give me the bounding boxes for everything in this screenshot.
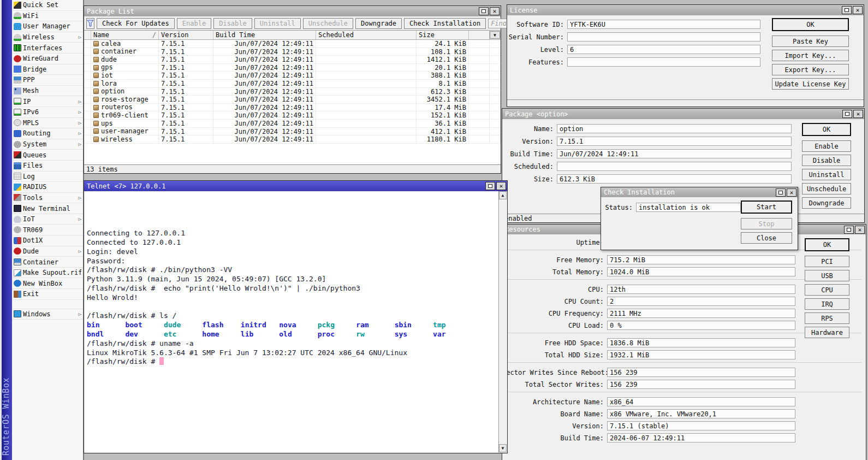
ok-button[interactable]: OK (805, 238, 849, 251)
enable-button[interactable]: Enable (802, 140, 851, 152)
start-button[interactable]: Start (741, 200, 792, 214)
sidebar-item-new-winbox[interactable]: New WinBox (12, 278, 83, 289)
maximize-button[interactable] (479, 7, 489, 15)
cpu-count-field[interactable]: 2 (607, 297, 795, 306)
column-version[interactable]: Version (159, 31, 213, 39)
cpu-button[interactable]: CPU (805, 284, 849, 296)
update-license-key-button[interactable]: Update License Key (772, 78, 849, 90)
architecture-name-field[interactable]: x86_64 (607, 397, 795, 406)
sidebar-item-quick-set[interactable]: Quick Set (12, 0, 83, 11)
disable-button[interactable]: Disable (802, 155, 851, 166)
downgrade-button[interactable]: Downgrade (802, 197, 851, 209)
close-icon[interactable] (855, 226, 865, 234)
unschedule-button[interactable]: Unschedule (802, 183, 851, 194)
irq-button[interactable]: IRQ (805, 298, 849, 310)
rps-button[interactable]: RPS (805, 312, 849, 324)
scroll-up-icon[interactable]: ▲ (499, 191, 507, 199)
column-menu-button[interactable]: ▼ (490, 31, 500, 39)
total-memory-field[interactable]: 1024.0 MiB (607, 267, 795, 276)
pci-button[interactable]: PCI (805, 256, 849, 267)
size-field[interactable]: 612.3 KiB (557, 174, 792, 184)
build-time-field[interactable]: Jun/07/2024 12:49:11 (557, 149, 792, 158)
column-size[interactable]: Size (417, 31, 469, 39)
sidebar-item-iot[interactable]: IoT▷ (12, 214, 83, 225)
sidebar-item-container[interactable]: Container (12, 257, 83, 268)
close-icon[interactable] (496, 182, 506, 190)
name-field[interactable]: option (557, 124, 792, 133)
paste-key-button[interactable]: Paste Key (772, 36, 849, 47)
check-for-updates-button[interactable]: Check For Updates (97, 18, 175, 29)
close-button[interactable]: Close (741, 232, 792, 244)
scroll-down-icon[interactable]: ▼ (499, 444, 507, 452)
version-field[interactable]: 7.15.1 (stable) (607, 421, 795, 430)
cpu-frequency-field[interactable]: 2111 MHz (607, 309, 795, 318)
sidebar-item-wireguard[interactable]: WireGuard (12, 54, 83, 64)
serial-number-field[interactable] (567, 32, 760, 42)
sidebar-item-files[interactable]: Files (12, 161, 83, 172)
package-row[interactable]: ups7.15.1Jun/07/2024 12:49:1136.1 KiB (84, 120, 501, 128)
hardware-button[interactable]: Hardware (805, 327, 849, 338)
sidebar-item-interfaces[interactable]: Interfaces (12, 43, 83, 54)
filter-button[interactable] (86, 18, 94, 29)
maximize-button[interactable] (842, 110, 852, 118)
close-icon[interactable] (853, 110, 863, 118)
maximize-button[interactable] (776, 188, 786, 197)
import-key-button[interactable]: Import Key... (772, 50, 849, 61)
ok-button[interactable]: OK (772, 18, 849, 31)
sidebar-item-mpls[interactable]: MPLS▷ (12, 118, 83, 129)
package-row[interactable]: option7.15.1Jun/07/2024 12:49:11612.3 Ki… (84, 88, 501, 96)
scheduled-field[interactable] (557, 162, 792, 171)
downgrade-button[interactable]: Downgrade (355, 18, 402, 29)
sidebar-item-new-terminal[interactable]: New Terminal (12, 203, 83, 214)
uninstall-button[interactable]: Uninstall (802, 169, 851, 180)
features-field[interactable] (567, 57, 760, 67)
package-row[interactable]: container7.15.1Jun/07/2024 12:49:11108.1… (84, 48, 501, 56)
column-scheduled[interactable]: Scheduled (316, 31, 417, 39)
close-icon[interactable] (787, 188, 796, 197)
close-icon[interactable] (853, 6, 863, 14)
usb-button[interactable]: USB (805, 270, 849, 281)
sidebar-item-wifi[interactable]: WiFi (12, 11, 83, 22)
sidebar-item-routing[interactable]: Routing▷ (12, 128, 83, 139)
sidebar-item-mesh[interactable]: Mesh (12, 86, 83, 97)
sidebar-item-exit[interactable]: Exit (12, 289, 83, 300)
software-id-field[interactable]: YFTK-EK6U (567, 20, 760, 29)
sidebar-item-ip[interactable]: IP▷ (12, 96, 83, 107)
sidebar-item-user-manager[interactable]: User Manager (12, 21, 83, 32)
total-sector-writes-field[interactable]: 156 239 (607, 380, 795, 389)
sidebar-item-make-supout-rif[interactable]: Make Supout.rif (12, 268, 83, 279)
sidebar-item-dude[interactable]: Dude▷ (12, 246, 83, 257)
package-row[interactable]: tr069-client7.15.1Jun/07/2024 12:49:1115… (84, 111, 501, 120)
cpu-load-field[interactable]: 0 % (607, 321, 795, 330)
terminal-scrollbar[interactable]: ▲ ▼ (498, 191, 507, 452)
ok-button[interactable]: OK (802, 123, 851, 136)
maximize-button[interactable] (842, 6, 852, 14)
sidebar-item-log[interactable]: Log (12, 172, 83, 182)
package-row[interactable]: wireless7.15.1Jun/07/2024 12:49:111180.1… (84, 135, 501, 144)
package-row[interactable]: calea7.15.1Jun/07/2024 12:49:1124.1 KiB (84, 40, 501, 48)
package-row[interactable]: iot7.15.1Jun/07/2024 12:49:11388.1 KiB (84, 72, 501, 80)
package-row[interactable]: routeros7.15.1Jun/07/2024 12:49:1117.4 M… (84, 104, 501, 112)
package-row[interactable]: rose-storage7.15.1Jun/07/2024 12:49:1134… (84, 96, 501, 104)
package-row[interactable]: dude7.15.1Jun/07/2024 12:49:111412.1 KiB (84, 56, 501, 64)
sidebar-item-queues[interactable]: Queues (12, 150, 83, 161)
export-key-button[interactable]: Export Key... (772, 64, 849, 75)
column-build-time[interactable]: Build Time (213, 31, 316, 39)
package-row[interactable]: lora7.15.1Jun/07/2024 12:49:118.1 KiB (84, 80, 501, 88)
build-time-field[interactable]: 2024-06-07 12:49:11 (607, 433, 795, 443)
cpu-field[interactable]: 12th (607, 285, 795, 294)
board-name-field[interactable]: x86 VMware, Inc. VMware20,1 (607, 409, 795, 418)
sidebar-item-windows[interactable]: Windows▷ (12, 309, 83, 320)
sidebar-item-dot1x[interactable]: Dot1X (12, 235, 83, 246)
close-icon[interactable] (490, 7, 500, 15)
package-row[interactable]: gps7.15.1Jun/07/2024 12:49:1120.1 KiB (84, 64, 501, 72)
terminal-content[interactable]: Connecting to 127.0.0.1Connected to 127.… (85, 191, 498, 452)
package-row[interactable]: user-manager7.15.1Jun/07/2024 12:49:1141… (84, 128, 501, 136)
sidebar-item-ppp[interactable]: PPP (12, 75, 83, 86)
sidebar-item-bridge[interactable]: Bridge (12, 64, 83, 75)
version-field[interactable]: 7.15.1 (557, 137, 792, 146)
maximize-button[interactable] (844, 226, 854, 234)
status-field[interactable]: installation is ok (636, 203, 741, 212)
column-name[interactable]: Name/ (91, 31, 159, 39)
sidebar-item-tr069[interactable]: TR069 (12, 225, 83, 235)
